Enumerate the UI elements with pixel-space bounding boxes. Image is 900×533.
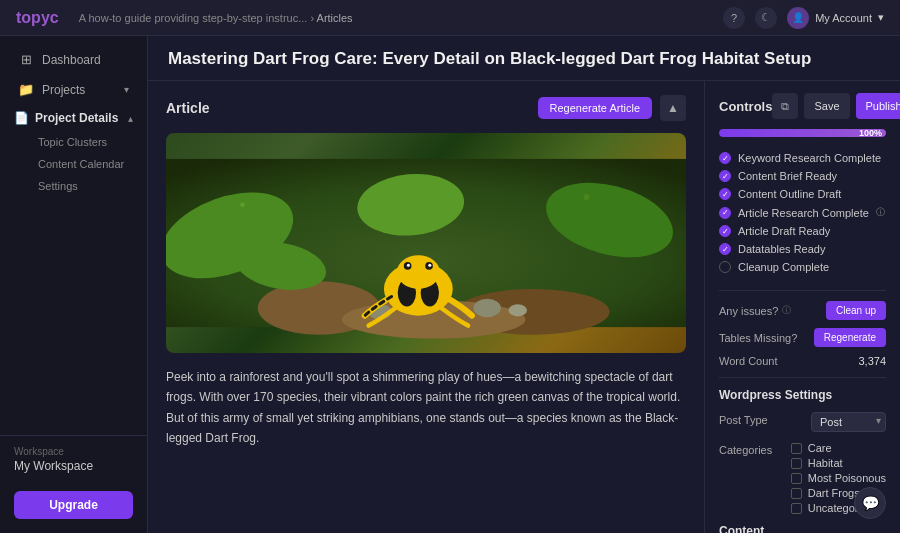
category-checkbox-most-poisonous[interactable]: [791, 473, 802, 484]
topbar: topyc A how-to guide providing step-by-s…: [0, 0, 900, 36]
publish-button[interactable]: Publish: [856, 93, 900, 119]
progress-label: 100%: [859, 129, 882, 137]
breadcrumb-link[interactable]: Articles: [317, 12, 353, 24]
svg-point-9: [509, 304, 527, 316]
word-count-value: 3,374: [858, 355, 886, 367]
sidebar-item-projects[interactable]: 📁 Projects ▾: [4, 75, 143, 104]
category-checkbox-habitat[interactable]: [791, 458, 802, 469]
workspace-label: Workspace: [14, 446, 133, 457]
category-item: Most Poisonous: [791, 472, 886, 484]
chevron-up-icon: ▴: [128, 113, 133, 124]
regenerate-article-button[interactable]: Regenerate Article: [538, 97, 653, 119]
checklist-label: Article Research Complete: [738, 207, 869, 219]
check-icon: ✓: [719, 170, 731, 182]
controls-panel: Controls ⧉ Save Publish 100%: [705, 81, 900, 533]
sidebar-nav: ⊞ Dashboard 📁 Projects ▾ 📄 Project Detai…: [0, 36, 147, 435]
collapse-button[interactable]: ▲: [660, 95, 686, 121]
svg-point-23: [584, 194, 590, 200]
sidebar-item-label: Projects: [42, 83, 85, 97]
checklist-item: ✓ Article Draft Ready: [719, 222, 886, 240]
two-col-layout: Article Regenerate Article ▲: [148, 81, 900, 533]
sidebar-item-dashboard[interactable]: ⊞ Dashboard: [4, 45, 143, 74]
chat-bubble[interactable]: 💬: [854, 487, 886, 519]
topbar-actions: ? ☾ 👤 My Account ▾: [723, 7, 884, 29]
info-icon[interactable]: ⓘ: [876, 206, 885, 219]
article-panel: Article Regenerate Article ▲: [148, 81, 705, 533]
content-section-title: Content: [719, 524, 886, 533]
category-item: Habitat: [791, 457, 886, 469]
info-icon[interactable]: ⓘ: [782, 304, 791, 317]
chevron-icon: ▾: [124, 84, 129, 95]
checklist-item: ✓ Content Outline Draft: [719, 185, 886, 203]
sidebar-sub-settings[interactable]: Settings: [0, 175, 147, 197]
account-label: My Account: [815, 12, 872, 24]
category-label: Dart Frogs: [808, 487, 860, 499]
check-icon: ✓: [719, 152, 731, 164]
copy-button[interactable]: ⧉: [772, 93, 798, 119]
sidebar-sub-topic-clusters[interactable]: Topic Clusters: [0, 131, 147, 153]
check-icon: ✓: [719, 188, 731, 200]
controls-title: Controls: [719, 99, 772, 114]
article-header-actions: Regenerate Article ▲: [538, 95, 687, 121]
svg-point-21: [428, 264, 431, 267]
category-checkbox-uncategorized[interactable]: [791, 503, 802, 514]
check-icon: [719, 261, 731, 273]
save-button[interactable]: Save: [804, 93, 849, 119]
divider: [719, 377, 886, 378]
main-layout: ⊞ Dashboard 📁 Projects ▾ 📄 Project Detai…: [0, 36, 900, 533]
sidebar-sub-content-calendar[interactable]: Content Calendar: [0, 153, 147, 175]
category-checkbox-dart-frogs[interactable]: [791, 488, 802, 499]
checklist-item: ✓ Keyword Research Complete: [719, 149, 886, 167]
category-checkbox-care[interactable]: [791, 443, 802, 454]
category-label: Habitat: [808, 457, 843, 469]
any-issues-row: Any issues? ⓘ Clean up: [719, 301, 886, 320]
moon-icon[interactable]: ☾: [755, 7, 777, 29]
sidebar-item-label: Dashboard: [42, 53, 101, 67]
checklist: ✓ Keyword Research Complete ✓ Content Br…: [719, 149, 886, 276]
sidebar-project-details[interactable]: 📄 Project Details ▴: [0, 105, 147, 131]
checklist-label: Content Outline Draft: [738, 188, 841, 200]
checklist-label: Article Draft Ready: [738, 225, 830, 237]
checklist-label: Cleanup Complete: [738, 261, 829, 273]
word-count-label: Word Count: [719, 355, 778, 367]
svg-point-20: [407, 264, 410, 267]
tables-missing-row: Tables Missing? Regenerate: [719, 328, 886, 347]
page-header: Mastering Dart Frog Care: Every Detail o…: [148, 36, 900, 81]
frog-illustration: [166, 133, 686, 353]
checklist-item: Cleanup Complete: [719, 258, 886, 276]
article-body: Peek into a rainforest and you'll spot a…: [166, 367, 686, 449]
svg-point-8: [473, 299, 501, 317]
svg-point-15: [397, 255, 440, 289]
checklist-item: ✓ Content Brief Ready: [719, 167, 886, 185]
breadcrumb: A how-to guide providing step-by-step in…: [79, 12, 715, 24]
upgrade-section: Upgrade: [0, 483, 147, 533]
account-menu[interactable]: 👤 My Account ▾: [787, 7, 884, 29]
svg-point-22: [240, 203, 245, 208]
checklist-label: Content Brief Ready: [738, 170, 837, 182]
checklist-item: ✓ Article Research Complete ⓘ: [719, 203, 886, 222]
help-icon[interactable]: ?: [723, 7, 745, 29]
category-item: Care: [791, 442, 886, 454]
post-type-select[interactable]: Post: [811, 412, 886, 432]
workspace-name: My Workspace: [14, 459, 133, 473]
project-details-icon: 📄: [14, 111, 29, 125]
regenerate-tables-button[interactable]: Regenerate: [814, 328, 886, 347]
controls-header: Controls ⧉ Save Publish: [719, 93, 886, 119]
divider: [719, 290, 886, 291]
checklist-label: Datatables Ready: [738, 243, 825, 255]
article-label: Article: [166, 100, 210, 116]
clean-up-button[interactable]: Clean up: [826, 301, 886, 320]
chevron-down-icon: ▾: [878, 11, 884, 24]
progress-bar: 100%: [719, 129, 886, 137]
sidebar: ⊞ Dashboard 📁 Projects ▾ 📄 Project Detai…: [0, 36, 148, 533]
post-type-select-wrap: Post: [811, 412, 886, 432]
content-area: Mastering Dart Frog Care: Every Detail o…: [148, 36, 900, 533]
breadcrumb-text: A how-to guide providing step-by-step in…: [79, 12, 308, 24]
controls-action-buttons: ⧉ Save Publish: [772, 93, 900, 119]
dashboard-icon: ⊞: [18, 52, 34, 67]
tables-missing-label: Tables Missing?: [719, 332, 797, 344]
upgrade-button[interactable]: Upgrade: [14, 491, 133, 519]
post-type-label: Post Type: [719, 412, 768, 426]
article-image: [166, 133, 686, 353]
check-icon: ✓: [719, 243, 731, 255]
